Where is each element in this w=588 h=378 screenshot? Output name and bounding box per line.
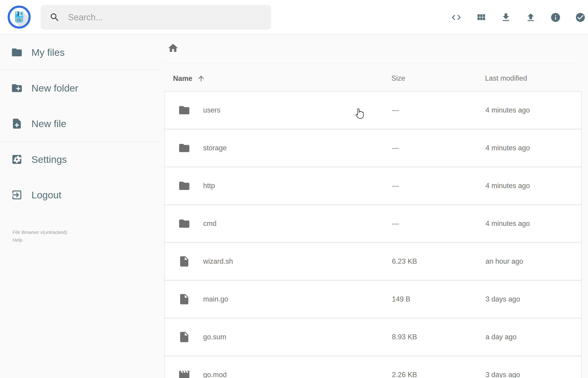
settings-icon [11, 153, 23, 165]
upload-icon [525, 12, 536, 23]
app-logo[interactable] [8, 5, 31, 29]
download-icon [501, 12, 511, 23]
grid-view-button[interactable] [476, 12, 486, 23]
file-size: 6.23 KB [392, 257, 417, 266]
toolbar [451, 0, 586, 35]
column-name-label: Name [173, 74, 192, 83]
table-row[interactable]: storage — 4 minutes ago [165, 130, 581, 166]
file-size: 149 B [392, 295, 410, 303]
file-icon [178, 331, 190, 343]
info-icon [550, 12, 561, 23]
column-header-size[interactable]: Size [391, 74, 405, 82]
file-size: — [392, 106, 399, 114]
table-row[interactable]: main.go 149 B 3 days ago [165, 281, 581, 318]
new-folder-icon [11, 82, 23, 94]
file-name: go.mod [203, 371, 227, 378]
file-list: users — 4 minutes ago storage — 4 minute… [164, 91, 582, 378]
select-multiple-button[interactable] [575, 12, 586, 23]
file-name: main.go [203, 295, 228, 303]
file-icon [178, 255, 190, 268]
info-button[interactable] [550, 12, 561, 23]
view-module-icon [476, 12, 486, 23]
top-header [0, 0, 588, 35]
main-area: My files New folder New file Settings Lo… [0, 35, 588, 378]
file-size: 2.26 KB [392, 371, 417, 378]
folder-icon [178, 217, 190, 230]
sidebar-item-new-file[interactable]: New file [0, 106, 161, 141]
folder-icon [178, 142, 190, 154]
listing-header: Name Size Last modified [161, 71, 588, 86]
code-icon [451, 12, 462, 23]
floppy-logo-icon [8, 5, 31, 29]
download-button[interactable] [501, 12, 511, 23]
table-row[interactable]: users — 4 minutes ago [165, 92, 581, 129]
breadcrumb-home-button[interactable] [167, 42, 179, 54]
sidebar-nav: My files New folder New file Settings Lo… [0, 35, 161, 213]
sidebar: My files New folder New file Settings Lo… [0, 35, 161, 378]
file-name: http [203, 182, 215, 190]
upload-button[interactable] [525, 12, 536, 23]
file-modified: 3 days ago [485, 371, 520, 378]
table-row[interactable]: go.sum 8.93 KB a day ago [165, 319, 581, 355]
file-modified: 4 minutes ago [485, 219, 530, 228]
folder-icon [178, 104, 190, 116]
file-size: — [392, 219, 399, 228]
column-header-name[interactable]: Name [173, 74, 205, 83]
file-name: wizard.sh [203, 257, 233, 266]
table-row[interactable]: wizard.sh 6.23 KB an hour ago [165, 243, 581, 280]
file-modified: 4 minutes ago [485, 144, 530, 152]
home-icon [167, 42, 179, 54]
sidebar-item-settings[interactable]: Settings [0, 142, 161, 177]
sidebar-item-label: New file [31, 118, 66, 129]
sidebar-item-new-folder[interactable]: New folder [0, 70, 161, 106]
table-row[interactable]: http — 4 minutes ago [165, 167, 581, 204]
content-area: Name Size Last modified users — 4 minute… [161, 35, 588, 378]
file-icon [178, 293, 190, 305]
file-name: cmd [203, 219, 216, 228]
search-bar[interactable] [41, 5, 271, 30]
check-circle-icon [575, 12, 586, 23]
sidebar-footer: File Browser v(untracked) Help [13, 228, 67, 244]
logout-icon [11, 189, 23, 201]
file-name: storage [203, 144, 227, 152]
help-link[interactable]: Help [13, 236, 22, 244]
file-name: go.sum [203, 333, 226, 341]
table-row[interactable]: go.mod 2.26 KB 3 days ago [165, 356, 581, 378]
new-file-icon [11, 118, 23, 130]
sidebar-item-label: Logout [31, 189, 62, 201]
folder-icon [11, 46, 23, 58]
file-modified: a day ago [485, 333, 517, 341]
sidebar-item-label: My files [31, 47, 65, 58]
sidebar-item-label: Settings [31, 154, 67, 165]
movie-icon [178, 369, 190, 378]
breadcrumb-divider [161, 64, 581, 64]
file-size: 8.93 KB [392, 333, 417, 341]
file-modified: 4 minutes ago [485, 106, 530, 114]
file-modified: 4 minutes ago [485, 182, 530, 190]
sidebar-item-logout[interactable]: Logout [0, 177, 161, 213]
file-modified: 3 days ago [485, 295, 520, 303]
sidebar-item-my-files[interactable]: My files [0, 35, 161, 70]
search-input[interactable] [68, 13, 266, 22]
folder-icon [178, 180, 190, 192]
file-size: — [392, 182, 399, 190]
sort-ascending-icon [197, 74, 205, 83]
file-name: users [203, 106, 220, 114]
file-modified: an hour ago [485, 257, 523, 266]
column-header-modified[interactable]: Last modified [485, 74, 527, 82]
search-icon [49, 12, 60, 23]
app-version-label: File Browser v(untracked) [13, 228, 67, 236]
sidebar-item-label: New folder [31, 83, 78, 94]
switch-view-button[interactable] [451, 12, 462, 23]
file-size: — [392, 144, 399, 152]
table-row[interactable]: cmd — 4 minutes ago [165, 205, 581, 242]
